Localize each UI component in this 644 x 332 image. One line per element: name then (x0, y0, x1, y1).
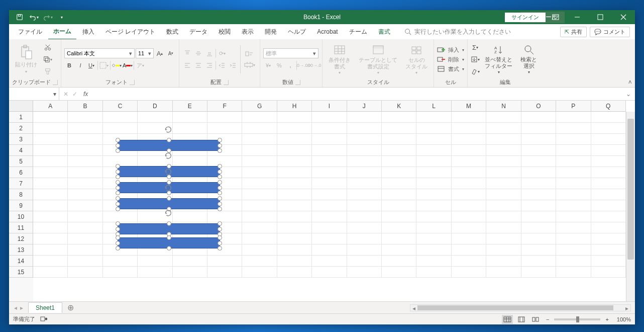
row-header[interactable]: 5 (9, 156, 33, 167)
comment-button[interactable]: 💬コメント (590, 27, 630, 37)
add-sheet-icon[interactable]: ⊕ (62, 303, 79, 312)
col-header[interactable]: J (347, 101, 382, 112)
decrease-decimal-icon[interactable]: .00→.0 (309, 60, 319, 70)
tab-formulas[interactable]: 数式 (161, 25, 183, 39)
resize-handle[interactable] (218, 196, 222, 201)
font-name-combo[interactable]: ▾ (64, 48, 135, 58)
tab-format[interactable]: 書式 (373, 25, 395, 39)
accounting-format-icon[interactable]: ¥▾ (263, 60, 273, 70)
tab-team[interactable]: チーム (344, 25, 372, 39)
clipboard-launcher[interactable] (53, 80, 58, 85)
resize-handle[interactable] (218, 164, 222, 169)
name-box[interactable]: ▾ (9, 88, 59, 100)
conditional-formatting-button[interactable]: 条件付き 書式▾ (326, 43, 354, 75)
tab-help[interactable]: ヘルプ (283, 25, 311, 39)
col-header[interactable]: Q (591, 101, 626, 112)
tell-me-search[interactable]: 実行したい作業を入力してください (404, 28, 511, 36)
orientation-icon[interactable]: ⟳▾ (217, 48, 227, 58)
percent-icon[interactable]: % (274, 60, 284, 70)
col-header[interactable]: M (452, 101, 486, 112)
qat-customize-icon[interactable]: ▾ (55, 11, 68, 23)
resize-handle[interactable] (116, 143, 120, 148)
rotate-handle-icon[interactable] (164, 184, 174, 194)
resize-handle[interactable] (167, 246, 171, 251)
fill-color-button[interactable]: ▾ (112, 60, 122, 70)
col-header[interactable]: G (242, 101, 277, 112)
resize-handle[interactable] (116, 148, 120, 153)
tab-data[interactable]: データ (184, 25, 212, 39)
number-launcher[interactable] (295, 80, 300, 85)
col-header[interactable]: L (416, 101, 451, 112)
row-header[interactable]: 7 (9, 178, 33, 189)
col-header[interactable]: K (382, 101, 416, 112)
resize-handle[interactable] (116, 207, 120, 211)
resize-handle[interactable] (167, 221, 171, 226)
comma-icon[interactable]: , (285, 60, 295, 70)
find-select-button[interactable]: 検索と 選択▾ (517, 43, 540, 75)
rotate-handle-icon[interactable] (164, 151, 174, 161)
tab-home[interactable]: ホーム (48, 24, 76, 40)
tab-pagelayout[interactable]: ページ レイアウト (100, 25, 160, 39)
row-header[interactable]: 3 (9, 134, 33, 145)
insert-cells-button[interactable]: 挿入▾ (437, 46, 464, 54)
decrease-indent-icon[interactable] (217, 60, 227, 70)
vertical-scrollbar[interactable] (626, 112, 635, 301)
shape-rectangle-6[interactable] (118, 237, 220, 248)
normal-view-icon[interactable] (502, 315, 513, 324)
align-bottom-icon[interactable] (204, 48, 214, 58)
resize-handle[interactable] (218, 170, 222, 174)
resize-handle[interactable] (116, 221, 120, 226)
align-center-icon[interactable] (193, 60, 203, 70)
row-header[interactable]: 6 (9, 167, 33, 178)
sheet-nav[interactable]: ◂▸ (9, 304, 28, 311)
row-header[interactable]: 9 (9, 200, 33, 211)
alignment-launcher[interactable] (224, 80, 229, 85)
tab-developer[interactable]: 開発 (260, 25, 282, 39)
resize-handle[interactable] (218, 241, 222, 245)
resize-handle[interactable] (218, 148, 222, 153)
resize-handle[interactable] (167, 196, 171, 201)
row-header[interactable]: 4 (9, 145, 33, 156)
undo-icon[interactable]: ▾ (27, 11, 40, 23)
sheet-tab[interactable]: Sheet1 (28, 302, 62, 313)
row-header[interactable]: 2 (9, 123, 33, 134)
col-header[interactable]: B (68, 101, 102, 112)
resize-handle[interactable] (218, 227, 222, 231)
rotate-handle-icon[interactable] (164, 168, 174, 178)
rotate-handle-icon[interactable] (164, 209, 174, 219)
shape-rectangle-4[interactable] (118, 198, 220, 209)
resize-handle[interactable] (116, 246, 120, 251)
col-header[interactable]: H (277, 101, 312, 112)
resize-handle[interactable] (167, 235, 171, 240)
bold-button[interactable]: B (64, 60, 74, 70)
shrink-font-icon[interactable]: A▾ (166, 48, 176, 58)
resize-handle[interactable] (167, 138, 171, 142)
row-header[interactable]: 8 (9, 189, 33, 200)
cell-styles-button[interactable]: セルの スタイル▾ (402, 43, 431, 75)
resize-handle[interactable] (218, 191, 222, 195)
row-header[interactable]: 11 (9, 222, 33, 233)
autosum-icon[interactable]: Σ ▾ (471, 42, 480, 52)
resize-handle[interactable] (116, 186, 120, 190)
horizontal-scrollbar[interactable]: ◂ ▸ (410, 304, 631, 311)
column-headers[interactable]: ABCDEFGHIJKLMNOPQ (33, 101, 626, 112)
format-painter-icon[interactable] (42, 66, 53, 77)
col-header[interactable]: E (173, 101, 207, 112)
col-header[interactable]: F (207, 101, 242, 112)
maximize-icon[interactable] (589, 10, 612, 24)
resize-handle[interactable] (116, 227, 120, 231)
save-icon[interactable] (13, 11, 26, 23)
resize-handle[interactable] (218, 246, 222, 251)
resize-handle[interactable] (218, 175, 222, 179)
expand-formula-bar-icon[interactable]: ⌄ (622, 91, 635, 98)
format-as-table-button[interactable]: テーブルとして 書式設定▾ (356, 43, 400, 75)
italic-button[interactable]: I (75, 60, 85, 70)
row-header[interactable]: 1 (9, 112, 33, 123)
cell-area[interactable] (33, 112, 626, 301)
col-header[interactable]: C (103, 101, 138, 112)
format-cells-button[interactable]: 書式▾ (437, 65, 464, 73)
insert-function-icon[interactable]: fx (81, 91, 90, 98)
resize-handle[interactable] (218, 202, 222, 206)
clear-icon[interactable]: ▾ (471, 66, 480, 76)
fill-icon[interactable]: ▾ (471, 54, 480, 64)
